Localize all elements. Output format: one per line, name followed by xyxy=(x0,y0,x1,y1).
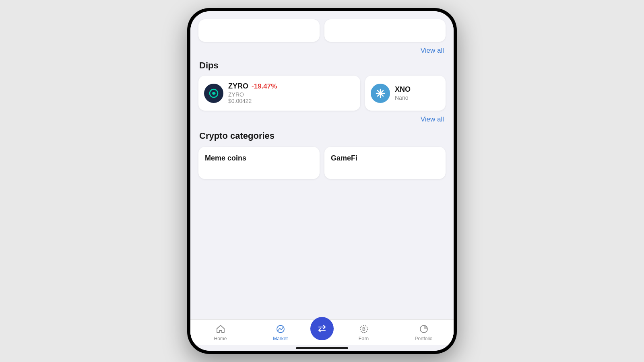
zyro-change: -19.47% xyxy=(252,82,277,90)
earn-label: Earn xyxy=(359,336,369,341)
earn-icon: B xyxy=(359,324,369,334)
scroll-content: View all Dips xyxy=(190,11,454,351)
top-card-left xyxy=(198,19,320,42)
nav-portfolio[interactable]: Portfolio xyxy=(394,324,454,341)
categories-row: Meme coins GameFi xyxy=(190,147,454,179)
xno-symbol: XNO xyxy=(395,85,411,94)
home-label: Home xyxy=(214,336,227,341)
home-icon xyxy=(215,324,226,334)
xno-name-row: XNO xyxy=(395,85,440,94)
home-indicator xyxy=(296,347,348,349)
phone-screen: View all Dips xyxy=(190,11,454,351)
portfolio-label: Portfolio xyxy=(415,336,432,341)
zyro-name-row: ZYRO -19.47% xyxy=(228,82,355,90)
xno-coin-info: XNO Nano xyxy=(395,85,440,101)
xno-name: Nano xyxy=(395,95,440,101)
nav-market[interactable]: Market xyxy=(250,324,310,341)
zyro-coin-info: ZYRO -19.47% ZYRO $0.00422 xyxy=(228,82,355,104)
nav-earn[interactable]: B Earn xyxy=(334,324,394,341)
swap-button[interactable] xyxy=(310,317,334,340)
market-label: Market xyxy=(273,336,288,341)
view-all-link-1[interactable]: View all xyxy=(421,47,444,55)
view-all-link-2[interactable]: View all xyxy=(421,115,444,123)
crypto-categories-title: Crypto categories xyxy=(190,125,454,146)
market-icon xyxy=(275,324,286,334)
bottom-nav: Home Market xyxy=(190,319,454,345)
dips-section-title: Dips xyxy=(190,55,454,76)
svg-point-2 xyxy=(213,92,215,95)
svg-text:B: B xyxy=(362,327,365,331)
nav-home[interactable]: Home xyxy=(190,324,250,341)
zyro-symbol: ZYRO xyxy=(228,82,248,90)
gamefi-label: GameFi xyxy=(331,154,439,162)
phone-frame: View all Dips xyxy=(187,8,457,354)
gamefi-card[interactable]: GameFi xyxy=(324,147,446,179)
view-all-row-2: View all xyxy=(190,111,454,125)
zyro-card[interactable]: ZYRO -19.47% ZYRO $0.00422 xyxy=(198,76,360,111)
nav-swap[interactable] xyxy=(310,325,334,340)
portfolio-icon xyxy=(419,324,429,334)
top-card-right xyxy=(324,19,446,42)
top-cards-row xyxy=(190,19,454,42)
dips-cards-row: ZYRO -19.47% ZYRO $0.00422 xyxy=(190,76,454,111)
meme-coins-label: Meme coins xyxy=(205,154,313,162)
zyro-price: $0.00422 xyxy=(228,98,355,104)
meme-coins-card[interactable]: Meme coins xyxy=(198,147,320,179)
view-all-row-1: View all xyxy=(190,42,454,55)
zyro-name: ZYRO xyxy=(228,91,355,98)
xno-logo xyxy=(371,84,390,103)
zyro-logo xyxy=(204,84,223,103)
xno-card[interactable]: XNO Nano xyxy=(365,76,446,111)
